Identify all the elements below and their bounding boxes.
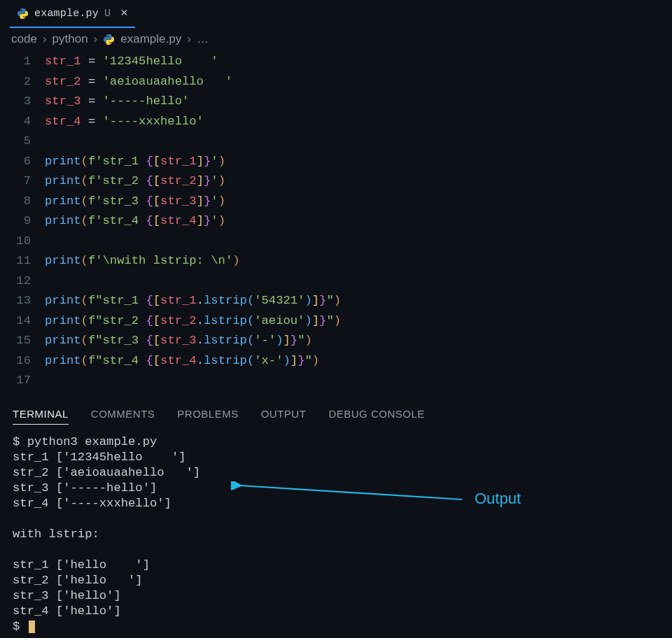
line-number: 14	[15, 311, 45, 332]
close-icon[interactable]: ×	[116, 7, 128, 20]
panel-tabs: TERMINAL COMMENTS PROBLEMS OUTPUT DEBUG …	[13, 398, 659, 432]
tab-modified-marker: U	[104, 8, 111, 20]
tabs-bar: example.py U ×	[0, 0, 672, 28]
line-number: 7	[15, 171, 45, 192]
python-file-icon	[103, 34, 115, 45]
token-string: 'aeioauaahello '	[103, 75, 233, 88]
tab-output[interactable]: OUTPUT	[261, 408, 307, 425]
line-number: 17	[15, 371, 45, 391]
line-number: 1	[15, 52, 45, 72]
terminal-line: str_2 ['hello ']	[13, 574, 143, 587]
line-number: 5	[15, 132, 45, 152]
token-var: str_3	[45, 94, 81, 108]
token-string: '-----hello'	[103, 94, 190, 108]
breadcrumb: code › python › example.py › …	[0, 28, 672, 52]
terminal-line: str_2 ['aeioauaahello ']	[13, 466, 200, 479]
line-number: 2	[15, 72, 45, 92]
line-number: 8	[15, 192, 45, 212]
token-var: str_4	[45, 115, 81, 128]
terminal-line: str_4 ['----xxxhello']	[13, 497, 172, 510]
tab-problems[interactable]: PROBLEMS	[177, 408, 238, 425]
token-var: str_1	[45, 55, 81, 68]
terminal-prompt: $	[13, 435, 27, 448]
chevron-right-icon: ›	[187, 32, 191, 46]
tab-debug-console[interactable]: DEBUG CONSOLE	[328, 408, 424, 425]
terminal-command: python3 example.py	[27, 435, 158, 448]
line-number: 10	[15, 232, 45, 252]
file-tab[interactable]: example.py U ×	[10, 0, 135, 28]
terminal-prompt: $	[13, 620, 27, 633]
line-number: 12	[15, 271, 45, 292]
python-file-icon	[17, 8, 29, 20]
line-number: 16	[15, 351, 45, 371]
terminal-cursor	[29, 621, 35, 633]
terminal-line: str_1 ['12345hello ']	[13, 451, 186, 464]
terminal-line: str_3 ['-----hello']	[13, 481, 157, 495]
terminal-line: str_3 ['hello']	[13, 589, 121, 602]
chevron-right-icon: ›	[43, 32, 47, 46]
line-number: 4	[15, 112, 45, 132]
breadcrumb-item[interactable]: python	[52, 32, 88, 46]
tab-filename: example.py	[34, 8, 99, 20]
terminal-output[interactable]: $ python3 example.py str_1 ['12345hello …	[13, 432, 659, 635]
line-number: 3	[15, 92, 45, 112]
tab-comments[interactable]: COMMENTS	[91, 408, 155, 425]
token-string: '----xxxhello'	[103, 115, 204, 128]
tab-terminal[interactable]: TERMINAL	[13, 408, 69, 425]
line-number: 15	[15, 331, 45, 351]
line-number: 6	[15, 152, 45, 172]
breadcrumb-item[interactable]: code	[11, 32, 37, 46]
terminal-line: with lstrip:	[13, 527, 106, 541]
breadcrumb-item[interactable]: example.py	[120, 32, 181, 46]
bottom-panel: TERMINAL COMMENTS PROBLEMS OUTPUT DEBUG …	[0, 398, 672, 635]
terminal-line: str_4 ['hello']	[13, 604, 121, 618]
chevron-right-icon: ›	[94, 32, 98, 46]
terminal-line: str_1 ['hello ']	[13, 558, 150, 572]
line-number: 13	[15, 291, 45, 311]
token-string: '12345hello '	[103, 55, 218, 68]
line-number: 9	[15, 211, 45, 232]
token-string: f'\nwith lstrip: \n'	[88, 254, 232, 267]
code-editor[interactable]: 1str_1 = '12345hello ' 2str_2 = 'aeioaua…	[0, 52, 672, 398]
line-number: 11	[15, 251, 45, 271]
token-var: str_2	[45, 75, 81, 88]
breadcrumb-trailing[interactable]: …	[197, 32, 209, 46]
token-fn: print	[45, 155, 81, 168]
